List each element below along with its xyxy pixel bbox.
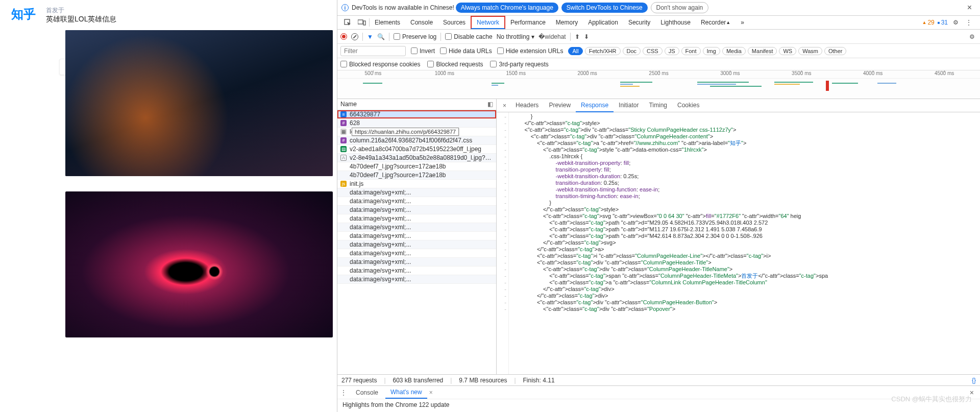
- hide-data-urls[interactable]: Hide data URLs: [440, 47, 492, 55]
- request-row[interactable]: data:image/svg+xml;...: [337, 232, 496, 240]
- filter-icon[interactable]: ▼: [367, 33, 373, 40]
- tab-elements[interactable]: Elements: [370, 16, 405, 29]
- clear-button[interactable]: [351, 33, 358, 40]
- filter-input[interactable]: [340, 46, 406, 56]
- detail-tab-response[interactable]: Response: [576, 99, 614, 112]
- detail-tab-cookies[interactable]: Cookies: [672, 99, 704, 112]
- request-row[interactable]: Av2-8e49a1a343a1ad50ba5b2e88a08819d0_l.j…: [337, 154, 496, 162]
- zhihu-logo[interactable]: 知乎: [11, 6, 36, 22]
- tab-application[interactable]: Application: [583, 16, 623, 29]
- request-row[interactable]: #column.216a26f4.936827b41f006f6d2f47.cs…: [337, 136, 496, 145]
- request-row[interactable]: data:image/svg+xml;...: [337, 206, 496, 214]
- request-row[interactable]: data:image/svg+xml;...: [337, 266, 496, 275]
- dont-show-button[interactable]: Don't show again: [651, 2, 709, 13]
- issues-badge[interactable]: 31: [938, 19, 948, 26]
- disable-cache[interactable]: Disable cache: [445, 33, 492, 40]
- article-image-2[interactable]: [65, 191, 333, 337]
- request-row[interactable]: data:image/svg+xml;...: [337, 188, 496, 197]
- request-row[interactable]: data:image/svg+xml;...: [337, 197, 496, 206]
- type-chip-media[interactable]: Media: [722, 47, 746, 55]
- type-chip-other[interactable]: Other: [824, 47, 847, 55]
- tab-sources[interactable]: Sources: [438, 16, 471, 29]
- close-tab-icon[interactable]: ×: [429, 389, 433, 396]
- kebab-icon[interactable]: ⋮: [964, 18, 974, 27]
- request-row[interactable]: ≡664329877: [337, 110, 496, 119]
- tab-network[interactable]: Network: [471, 16, 505, 29]
- request-row[interactable]: ▤v2-abed1a8c04700ba7d72b45195223e0ff_l.j…: [337, 145, 496, 154]
- request-row[interactable]: data:image/svg+xml;...: [337, 275, 496, 284]
- blank-icon: [340, 215, 347, 222]
- pretty-print-icon[interactable]: {}: [972, 377, 976, 384]
- request-row[interactable]: 4b70deef7_l.jpg?source=172ae18b: [337, 162, 496, 171]
- tab-memory[interactable]: Memory: [551, 16, 583, 29]
- close-detail-icon[interactable]: ×: [499, 100, 510, 111]
- drawer-console-tab[interactable]: Console: [351, 387, 383, 398]
- detail-tab-initiator[interactable]: Initiator: [614, 99, 644, 112]
- more-tabs[interactable]: »: [736, 16, 749, 29]
- type-chip-manifest[interactable]: Manifest: [748, 47, 777, 55]
- response-body[interactable]: - - - - - - - - - - - - - - - - - - - - …: [497, 112, 980, 374]
- record-button[interactable]: [340, 33, 347, 40]
- network-settings-icon[interactable]: ⚙: [967, 32, 977, 41]
- type-chip-img[interactable]: Img: [703, 47, 720, 55]
- switch-cn-button[interactable]: Switch DevTools to Chinese: [561, 3, 648, 13]
- waterfall-toggle-icon[interactable]: ◧: [487, 101, 493, 108]
- inspect-icon[interactable]: [344, 19, 352, 26]
- type-chip-css[interactable]: CSS: [643, 47, 663, 55]
- type-chip-fetchxhr[interactable]: Fetch/XHR: [585, 47, 621, 55]
- drawer-close-icon[interactable]: ×: [967, 389, 977, 397]
- detail-tab-preview[interactable]: Preview: [544, 99, 576, 112]
- request-row[interactable]: #628https://zhuanlan.zhihu.com/p/6643298…: [337, 119, 496, 128]
- request-row[interactable]: jsinit.js: [337, 180, 496, 188]
- close-icon[interactable]: ×: [963, 3, 976, 12]
- tab-lighthouse[interactable]: Lighthouse: [655, 16, 696, 29]
- request-row[interactable]: data:image/svg+xml;...: [337, 240, 496, 249]
- finish-time: Finish: 4.11: [523, 377, 555, 384]
- type-chip-font[interactable]: Font: [681, 47, 701, 55]
- upload-icon[interactable]: ⬆: [575, 33, 580, 40]
- drawer-kebab-icon[interactable]: ⋮: [340, 389, 347, 396]
- preserve-log[interactable]: Preserve log: [394, 33, 436, 40]
- download-icon[interactable]: ⬇: [584, 33, 589, 40]
- tab-recorder[interactable]: Recorder ▲: [696, 16, 736, 29]
- drawer-whatsnew-tab[interactable]: What's new: [385, 386, 427, 399]
- response-code[interactable]: } </"c-attr">class="c-tag">style> <"c-at…: [509, 112, 980, 374]
- info-icon: i: [341, 4, 349, 11]
- tab-security[interactable]: Security: [623, 16, 655, 29]
- detail-column: × HeadersPreviewResponseInitiatorTimingC…: [497, 99, 980, 374]
- request-row[interactable]: data:image/svg+xml;...: [337, 258, 496, 266]
- type-chip-wasm[interactable]: Wasm: [798, 47, 822, 55]
- column-title[interactable]: 英雄联盟LOL英雄信息: [46, 15, 116, 24]
- request-name: data:image/svg+xml;...: [350, 258, 411, 265]
- type-chip-ws[interactable]: WS: [779, 47, 796, 55]
- request-row[interactable]: data:image/svg+xml;...: [337, 214, 496, 223]
- request-row[interactable]: 4b70deef7_l.jpg?source=172ae18b: [337, 171, 496, 180]
- hide-ext-urls[interactable]: Hide extension URLs: [497, 47, 564, 55]
- throttling-select[interactable]: No throttling ▾: [497, 33, 535, 40]
- timeline[interactable]: 500 ms1000 ms1500 ms2000 ms2500 ms3000 m…: [337, 70, 980, 99]
- tab-performance[interactable]: Performance: [505, 16, 551, 29]
- third-party[interactable]: 3rd-party requests: [490, 61, 548, 68]
- tab-console[interactable]: Console: [405, 16, 438, 29]
- request-row[interactable]: data:image/svg+xml;...: [337, 223, 496, 232]
- type-chip-doc[interactable]: Doc: [623, 47, 641, 55]
- request-row[interactable]: data:image/svg+xml;...: [337, 249, 496, 258]
- invert-check[interactable]: Invert: [411, 47, 435, 55]
- warnings-badge[interactable]: 29: [922, 19, 935, 26]
- match-lang-button[interactable]: Always match Chrome's language: [456, 3, 558, 13]
- gear-icon[interactable]: ⚙: [951, 18, 961, 27]
- type-chip-all[interactable]: All: [568, 47, 582, 55]
- device-icon[interactable]: [358, 19, 366, 26]
- type-chip-js[interactable]: JS: [665, 47, 679, 55]
- detail-tab-timing[interactable]: Timing: [644, 99, 672, 112]
- wifi-icon[interactable]: �widehat: [538, 33, 566, 40]
- detail-tab-headers[interactable]: Headers: [510, 99, 544, 112]
- blocked-cookies[interactable]: Blocked response cookies: [340, 61, 420, 68]
- zhihu-header: 知乎 首发于 英雄联盟LOL英雄信息: [0, 0, 337, 30]
- name-header[interactable]: Name ◧: [337, 99, 496, 110]
- article-image-1[interactable]: [65, 30, 333, 176]
- request-name: data:image/svg+xml;...: [350, 267, 411, 274]
- blocked-requests[interactable]: Blocked requests: [427, 61, 483, 68]
- search-icon[interactable]: 🔍: [377, 33, 385, 40]
- request-name: data:image/svg+xml;...: [350, 232, 411, 239]
